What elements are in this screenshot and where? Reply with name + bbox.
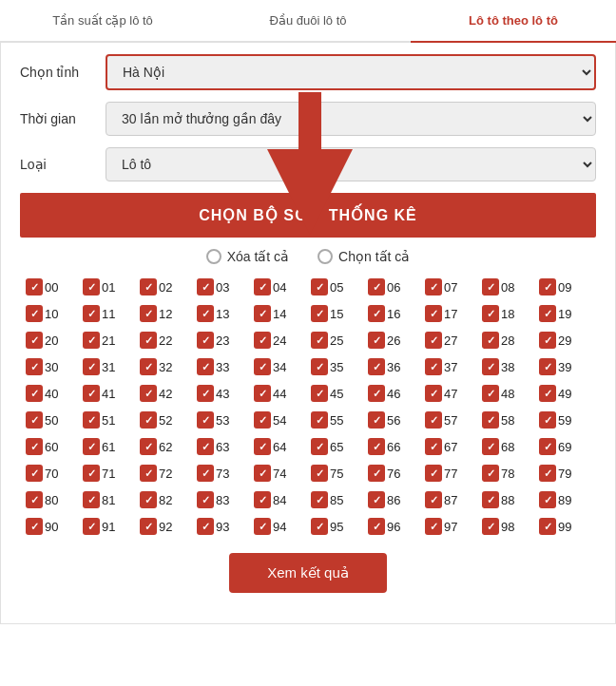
number-cell-13[interactable]: 13 bbox=[195, 302, 250, 325]
chon-tat-ca-item[interactable]: Chọn tất cả bbox=[318, 249, 410, 264]
number-cell-29[interactable]: 29 bbox=[537, 329, 592, 352]
number-cell-33[interactable]: 33 bbox=[195, 355, 250, 378]
xem-ket-qua-button[interactable]: Xem kết quả bbox=[229, 553, 387, 593]
number-cell-11[interactable]: 11 bbox=[81, 302, 136, 325]
number-cell-90[interactable]: 90 bbox=[24, 515, 79, 538]
tab-tan-suat[interactable]: Tần suất cặp lô tô bbox=[0, 0, 205, 43]
number-cell-87[interactable]: 87 bbox=[423, 488, 478, 511]
number-cell-58[interactable]: 58 bbox=[480, 409, 535, 431]
number-cell-09[interactable]: 09 bbox=[537, 276, 592, 298]
number-cell-53[interactable]: 53 bbox=[195, 409, 250, 431]
number-cell-21[interactable]: 21 bbox=[81, 329, 136, 352]
number-cell-61[interactable]: 61 bbox=[81, 435, 136, 458]
number-cell-35[interactable]: 35 bbox=[309, 355, 364, 378]
number-cell-56[interactable]: 56 bbox=[366, 409, 421, 431]
number-cell-14[interactable]: 14 bbox=[252, 302, 307, 325]
number-cell-48[interactable]: 48 bbox=[480, 382, 535, 405]
number-cell-50[interactable]: 50 bbox=[24, 409, 79, 431]
number-cell-12[interactable]: 12 bbox=[138, 302, 193, 325]
number-cell-71[interactable]: 71 bbox=[81, 462, 136, 485]
number-cell-39[interactable]: 39 bbox=[537, 355, 592, 378]
chon-tinh-select[interactable]: Hà Nội bbox=[106, 54, 596, 90]
number-cell-27[interactable]: 27 bbox=[423, 329, 478, 352]
number-cell-47[interactable]: 47 bbox=[423, 382, 478, 405]
number-cell-05[interactable]: 05 bbox=[309, 276, 364, 298]
number-cell-64[interactable]: 64 bbox=[252, 435, 307, 458]
number-cell-63[interactable]: 63 bbox=[195, 435, 250, 458]
number-cell-43[interactable]: 43 bbox=[195, 382, 250, 405]
thoi-gian-select[interactable]: 30 lần mở thưởng gần đây bbox=[106, 102, 596, 136]
number-cell-10[interactable]: 10 bbox=[24, 302, 79, 325]
number-cell-26[interactable]: 26 bbox=[366, 329, 421, 352]
number-cell-95[interactable]: 95 bbox=[309, 515, 364, 538]
number-cell-93[interactable]: 93 bbox=[195, 515, 250, 538]
number-cell-67[interactable]: 67 bbox=[423, 435, 478, 458]
number-cell-96[interactable]: 96 bbox=[366, 515, 421, 538]
number-cell-23[interactable]: 23 bbox=[195, 329, 250, 352]
xoa-tat-ca-item[interactable]: Xóa tất cả bbox=[206, 249, 289, 264]
number-cell-44[interactable]: 44 bbox=[252, 382, 307, 405]
number-cell-72[interactable]: 72 bbox=[138, 462, 193, 485]
number-cell-06[interactable]: 06 bbox=[366, 276, 421, 298]
number-cell-82[interactable]: 82 bbox=[138, 488, 193, 511]
number-cell-20[interactable]: 20 bbox=[24, 329, 79, 352]
number-cell-88[interactable]: 88 bbox=[480, 488, 535, 511]
number-cell-83[interactable]: 83 bbox=[195, 488, 250, 511]
number-cell-07[interactable]: 07 bbox=[423, 276, 478, 298]
number-cell-31[interactable]: 31 bbox=[81, 355, 136, 378]
number-cell-79[interactable]: 79 bbox=[537, 462, 592, 485]
chon-bo-so-button[interactable]: CHỌN BỘ SỐ THỐNG KÊ bbox=[20, 193, 596, 238]
number-cell-76[interactable]: 76 bbox=[366, 462, 421, 485]
number-cell-77[interactable]: 77 bbox=[423, 462, 478, 485]
number-cell-28[interactable]: 28 bbox=[480, 329, 535, 352]
number-cell-69[interactable]: 69 bbox=[537, 435, 592, 458]
number-cell-38[interactable]: 38 bbox=[480, 355, 535, 378]
number-cell-85[interactable]: 85 bbox=[309, 488, 364, 511]
number-cell-22[interactable]: 22 bbox=[138, 329, 193, 352]
number-cell-70[interactable]: 70 bbox=[24, 462, 79, 485]
number-cell-62[interactable]: 62 bbox=[138, 435, 193, 458]
number-cell-89[interactable]: 89 bbox=[537, 488, 592, 511]
number-cell-54[interactable]: 54 bbox=[252, 409, 307, 431]
tab-theo-lo[interactable]: Lô tô theo lô tô bbox=[411, 0, 616, 43]
number-cell-25[interactable]: 25 bbox=[309, 329, 364, 352]
number-cell-30[interactable]: 30 bbox=[24, 355, 79, 378]
tab-dau-duoi[interactable]: Đầu đuôi lô tô bbox=[205, 0, 411, 43]
number-cell-84[interactable]: 84 bbox=[252, 488, 307, 511]
number-cell-34[interactable]: 34 bbox=[252, 355, 307, 378]
number-cell-04[interactable]: 04 bbox=[252, 276, 307, 298]
number-cell-98[interactable]: 98 bbox=[480, 515, 535, 538]
number-cell-91[interactable]: 91 bbox=[81, 515, 136, 538]
number-cell-18[interactable]: 18 bbox=[480, 302, 535, 325]
number-cell-65[interactable]: 65 bbox=[309, 435, 364, 458]
number-cell-37[interactable]: 37 bbox=[423, 355, 478, 378]
number-cell-66[interactable]: 66 bbox=[366, 435, 421, 458]
number-cell-00[interactable]: 00 bbox=[24, 276, 79, 298]
number-cell-59[interactable]: 59 bbox=[537, 409, 592, 431]
number-cell-80[interactable]: 80 bbox=[24, 488, 79, 511]
number-cell-68[interactable]: 68 bbox=[480, 435, 535, 458]
number-cell-17[interactable]: 17 bbox=[423, 302, 478, 325]
number-cell-24[interactable]: 24 bbox=[252, 329, 307, 352]
number-cell-52[interactable]: 52 bbox=[138, 409, 193, 431]
xoa-radio[interactable] bbox=[206, 249, 221, 264]
number-cell-36[interactable]: 36 bbox=[366, 355, 421, 378]
number-cell-03[interactable]: 03 bbox=[195, 276, 250, 298]
number-cell-57[interactable]: 57 bbox=[423, 409, 478, 431]
number-cell-51[interactable]: 51 bbox=[81, 409, 136, 431]
number-cell-15[interactable]: 15 bbox=[309, 302, 364, 325]
number-cell-55[interactable]: 55 bbox=[309, 409, 364, 431]
number-cell-78[interactable]: 78 bbox=[480, 462, 535, 485]
number-cell-01[interactable]: 01 bbox=[81, 276, 136, 298]
number-cell-02[interactable]: 02 bbox=[138, 276, 193, 298]
number-cell-97[interactable]: 97 bbox=[423, 515, 478, 538]
number-cell-32[interactable]: 32 bbox=[138, 355, 193, 378]
number-cell-60[interactable]: 60 bbox=[24, 435, 79, 458]
number-cell-40[interactable]: 40 bbox=[24, 382, 79, 405]
number-cell-49[interactable]: 49 bbox=[537, 382, 592, 405]
number-cell-45[interactable]: 45 bbox=[309, 382, 364, 405]
number-cell-46[interactable]: 46 bbox=[366, 382, 421, 405]
number-cell-99[interactable]: 99 bbox=[537, 515, 592, 538]
number-cell-94[interactable]: 94 bbox=[252, 515, 307, 538]
number-cell-41[interactable]: 41 bbox=[81, 382, 136, 405]
